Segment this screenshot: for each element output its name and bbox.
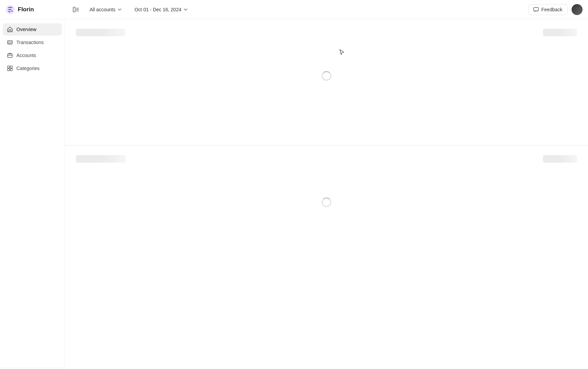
svg-rect-13 [10, 69, 12, 71]
header: Florin All accounts Oct 01 - Dec 16, 202… [0, 0, 588, 19]
section-2-value-skeleton [543, 155, 577, 163]
svg-rect-1 [73, 7, 75, 12]
sidebar-toggle-icon [73, 6, 79, 13]
section-1-header [76, 29, 577, 36]
feedback-button[interactable]: Feedback [528, 4, 567, 15]
sidebar-toggle-button[interactable] [70, 4, 81, 15]
section-2-loading-spinner [322, 197, 331, 207]
main-layout: Overview Transactions [0, 19, 588, 369]
svg-rect-8 [8, 54, 12, 57]
transactions-icon [7, 39, 13, 45]
header-right: Feedback [528, 4, 583, 15]
feedback-icon [533, 7, 539, 12]
categories-icon [7, 65, 13, 71]
section-1-title-skeleton [76, 29, 125, 36]
section-1-value-skeleton [543, 29, 577, 36]
date-range-dropdown[interactable]: Oct 01 - Dec 16, 2024 [130, 5, 192, 14]
date-range-label: Oct 01 - Dec 16, 2024 [134, 7, 181, 12]
accounts-dropdown-label: All accounts [90, 7, 115, 12]
home-icon [7, 26, 13, 32]
content-section-2 [65, 146, 588, 272]
nav-items: Overview Transactions [0, 23, 65, 368]
user-avatar[interactable] [572, 4, 583, 15]
logo-area: Florin [5, 5, 70, 14]
calendar-chevron-icon [183, 7, 188, 12]
sidebar-bottom: Setup Guide [0, 368, 65, 369]
svg-rect-12 [8, 69, 10, 71]
main-content [65, 19, 588, 369]
sidebar-item-categories-label: Categories [16, 66, 40, 71]
app-name: Florin [18, 6, 34, 13]
sidebar-item-transactions[interactable]: Transactions [3, 36, 62, 49]
section-1-spinner-container [76, 42, 577, 110]
sidebar-item-overview[interactable]: Overview [3, 23, 62, 36]
sidebar-item-categories[interactable]: Categories [3, 62, 62, 74]
section-2-header [76, 155, 577, 163]
section-2-spinner-container [76, 168, 577, 236]
sidebar-item-accounts[interactable]: Accounts [3, 49, 62, 62]
avatar-image [572, 4, 583, 15]
sidebar-item-accounts-label: Accounts [16, 53, 36, 58]
section-2-title-skeleton [76, 155, 125, 163]
sidebar-item-overview-label: Overview [16, 27, 36, 32]
section-1-loading-spinner [322, 71, 331, 81]
content-section-1 [65, 19, 588, 146]
accounts-dropdown[interactable]: All accounts [85, 5, 126, 14]
chevron-down-icon [117, 7, 122, 12]
svg-rect-5 [534, 8, 538, 11]
header-controls: All accounts Oct 01 - Dec 16, 2024 [70, 4, 528, 15]
sidebar: Overview Transactions [0, 19, 65, 369]
svg-rect-11 [10, 66, 12, 68]
florin-logo-icon [5, 5, 15, 14]
sidebar-item-transactions-label: Transactions [16, 40, 44, 45]
svg-rect-10 [8, 66, 10, 68]
svg-rect-6 [8, 41, 12, 44]
accounts-icon [7, 52, 13, 58]
feedback-label: Feedback [542, 7, 562, 12]
